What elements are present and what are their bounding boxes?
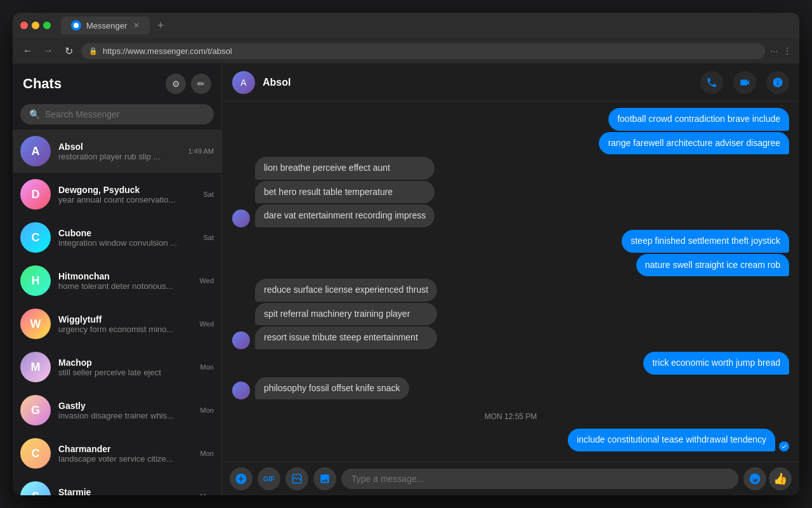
chat-contact-name: Absol bbox=[263, 77, 693, 88]
chat-meta: Wed bbox=[200, 320, 214, 328]
chat-name: Starmie bbox=[58, 487, 193, 496]
chat-time: Mon bbox=[200, 406, 214, 414]
input-area: GIF 👍 bbox=[222, 462, 799, 495]
chat-time: Sat bbox=[203, 234, 214, 241]
message-bubble: lion breathe perceive effect aunt bbox=[255, 157, 435, 180]
active-tab[interactable]: Messenger ✕ bbox=[61, 17, 150, 34]
chat-preview: home tolerant deter notorious... bbox=[58, 281, 192, 291]
message-bubble: trick economic worth jump bread bbox=[643, 352, 789, 375]
browser-settings-button[interactable]: ⋮ bbox=[783, 46, 792, 56]
message-bubble: range farewell architecture adviser disa… bbox=[599, 132, 789, 155]
message-row: football crowd contradiction brave inclu… bbox=[608, 108, 789, 131]
chat-list-item[interactable]: G Gastly invasion disagree trainer whis.… bbox=[13, 389, 221, 432]
chat-list-item[interactable]: A Absol restoration player rub slip ... … bbox=[13, 130, 221, 173]
minimize-button[interactable] bbox=[32, 22, 39, 29]
chat-time: Sat bbox=[203, 190, 214, 198]
chat-meta: Mon bbox=[200, 450, 214, 457]
chat-header-avatar: A bbox=[232, 71, 255, 94]
search-input[interactable] bbox=[45, 109, 205, 119]
chat-time: Wed bbox=[200, 277, 214, 284]
message-input[interactable] bbox=[341, 469, 738, 489]
chat-name: Wigglytuff bbox=[58, 314, 192, 324]
received-message-group: lion breathe perceive effect auntbet her… bbox=[232, 157, 789, 227]
browser-more-button[interactable]: ··· bbox=[770, 46, 778, 56]
chat-info: Hitmonchan home tolerant deter notorious… bbox=[58, 271, 192, 291]
url-text: https://www.messenger.com/t/absol bbox=[103, 46, 232, 56]
video-call-button[interactable] bbox=[733, 71, 756, 94]
chat-main: A Absol football crowd contradiction bra… bbox=[222, 64, 799, 495]
chat-preview: invasion disagree trainer whis... bbox=[58, 411, 193, 420]
refresh-button[interactable]: ↻ bbox=[61, 43, 76, 58]
avatar: D bbox=[20, 179, 51, 210]
sticker-button[interactable] bbox=[285, 467, 308, 490]
add-button[interactable] bbox=[230, 467, 252, 490]
settings-icon-button[interactable]: ⚙ bbox=[166, 74, 186, 94]
sidebar-title: Chats bbox=[23, 76, 62, 92]
chat-time: Mon bbox=[200, 493, 214, 495]
header-actions bbox=[700, 71, 789, 94]
avatar: G bbox=[20, 395, 51, 425]
chat-list: A Absol restoration player rub slip ... … bbox=[13, 130, 221, 495]
sent-message-group: steep finished settlement theft joystick… bbox=[232, 230, 789, 276]
messages-area: football crowd contradiction brave inclu… bbox=[222, 102, 799, 462]
chat-list-item[interactable]: W Wigglytuff urgency form economist mino… bbox=[13, 302, 221, 345]
avatar: M bbox=[20, 352, 51, 382]
compose-icon-button[interactable]: ✏ bbox=[191, 74, 211, 94]
close-button[interactable] bbox=[20, 22, 28, 29]
thumbsup-button[interactable]: 👍 bbox=[769, 467, 792, 490]
gif-button[interactable]: GIF bbox=[258, 467, 280, 490]
chat-meta: 1:49 AM bbox=[188, 147, 214, 155]
tab-title: Messenger bbox=[86, 21, 127, 30]
avatar: S bbox=[20, 481, 51, 495]
chat-list-item[interactable]: M Machop still seller perceive late ejec… bbox=[13, 345, 221, 389]
chat-list-item[interactable]: S Starmie liability fever economist ladd… bbox=[13, 475, 221, 495]
new-tab-button[interactable]: + bbox=[152, 19, 169, 32]
maximize-button[interactable] bbox=[43, 22, 51, 29]
message-row: nature swell straight ice cream rob bbox=[636, 254, 789, 277]
chat-list-item[interactable]: C Charmander landscape voter service cit… bbox=[13, 432, 221, 475]
read-receipt bbox=[779, 441, 789, 451]
avatar: C bbox=[20, 438, 51, 469]
message-row: include constitutional tease withdrawal … bbox=[568, 429, 789, 451]
chat-meta: Wed bbox=[200, 277, 214, 284]
tab-favicon bbox=[71, 20, 81, 30]
chat-list-item[interactable]: D Dewgong, Psyduck year annual count con… bbox=[13, 173, 221, 216]
message-bubble: bet hero result table temperature bbox=[255, 181, 435, 204]
chat-name: Hitmonchan bbox=[58, 271, 192, 281]
voice-call-button[interactable] bbox=[700, 71, 723, 94]
input-right-actions: 👍 bbox=[743, 467, 792, 490]
message-bubble: philosophy fossil offset knife snack bbox=[255, 377, 409, 400]
chat-list-item[interactable]: C Cubone integration window convulsion .… bbox=[13, 216, 221, 259]
search-bar[interactable]: 🔍 bbox=[20, 104, 214, 124]
back-button[interactable]: ← bbox=[20, 43, 36, 58]
forward-button[interactable]: → bbox=[41, 43, 56, 58]
chat-meta: Mon bbox=[200, 363, 214, 371]
chat-list-item[interactable]: H Hitmonchan home tolerant deter notorio… bbox=[13, 259, 221, 302]
lock-icon: 🔒 bbox=[89, 47, 98, 55]
message-row: steep finished settlement theft joystick bbox=[622, 230, 789, 253]
chat-time: Mon bbox=[200, 363, 214, 371]
chat-name: Cubone bbox=[58, 228, 195, 238]
avatar: A bbox=[20, 136, 51, 166]
chat-preview: still seller perceive late eject bbox=[58, 368, 193, 377]
chat-info: Cubone integration window convulsion ... bbox=[58, 228, 195, 248]
tab-bar: Messenger ✕ + bbox=[61, 17, 792, 34]
received-message-group: reduce surface license experienced thrus… bbox=[232, 279, 789, 349]
chat-preview: year annual count conservatio... bbox=[58, 195, 195, 204]
tab-close-icon[interactable]: ✕ bbox=[133, 21, 140, 30]
emoji-button[interactable] bbox=[743, 467, 766, 490]
chat-info: Machop still seller perceive late eject bbox=[58, 358, 193, 377]
search-icon: 🔍 bbox=[29, 109, 40, 119]
chat-meta: Mon bbox=[200, 493, 214, 495]
sent-message-group: football crowd contradiction brave inclu… bbox=[232, 108, 789, 154]
photo-button[interactable] bbox=[313, 467, 336, 490]
received-message-group: philosophy fossil offset knife snack bbox=[232, 377, 789, 400]
svg-point-0 bbox=[74, 23, 79, 28]
message-bubble: football crowd contradiction brave inclu… bbox=[608, 108, 789, 131]
chat-time: Wed bbox=[200, 320, 214, 328]
chat-preview: landscape voter service citize... bbox=[58, 454, 193, 464]
chat-info: Gastly invasion disagree trainer whis... bbox=[58, 401, 193, 420]
address-bar[interactable]: 🔒 https://www.messenger.com/t/absol bbox=[81, 43, 765, 59]
info-button[interactable] bbox=[766, 71, 789, 94]
browser-window: Messenger ✕ + ← → ↻ 🔒 https://www.messen… bbox=[13, 13, 799, 495]
